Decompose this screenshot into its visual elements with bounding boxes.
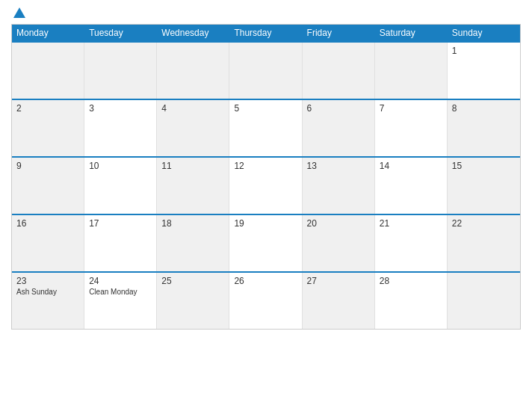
- day-header-saturday: Saturday: [375, 25, 448, 41]
- calendar-cell: 2: [12, 100, 84, 156]
- day-number: 7: [380, 103, 442, 114]
- calendar-cell: 3: [84, 100, 157, 156]
- day-number: 4: [161, 103, 224, 114]
- calendar-header: [11, 7, 521, 18]
- calendar-week-2: 2345678: [12, 99, 520, 156]
- calendar-week-4: 16171819202122: [12, 214, 520, 271]
- calendar-cell: [157, 43, 229, 99]
- calendar-cell: 15: [448, 158, 520, 214]
- day-number: 18: [161, 218, 224, 229]
- day-header-wednesday: Wednesday: [157, 25, 229, 41]
- day-number: 15: [452, 161, 516, 171]
- calendar-cell: 14: [375, 158, 448, 214]
- calendar-body: 1234567891011121314151617181920212223Ash…: [12, 41, 520, 329]
- day-number: 11: [161, 161, 224, 171]
- calendar-cell: 12: [229, 158, 302, 214]
- calendar-cell: 18: [157, 215, 229, 271]
- day-number: 8: [452, 103, 516, 114]
- calendar-cell: 26: [229, 273, 302, 329]
- calendar-cell: [375, 43, 448, 99]
- day-header-sunday: Sunday: [448, 25, 520, 41]
- day-number: 5: [234, 103, 297, 114]
- day-number: 13: [307, 161, 370, 171]
- day-number: 2: [16, 103, 79, 114]
- day-number: 10: [89, 161, 152, 171]
- day-number: 19: [234, 218, 297, 229]
- calendar-week-5: 23Ash Sunday24Clean Monday25262728: [12, 271, 520, 329]
- day-number: 28: [380, 276, 442, 286]
- day-header-monday: Monday: [12, 25, 84, 41]
- calendar-cell: 11: [157, 158, 229, 214]
- calendar-cell: 17: [84, 215, 157, 271]
- day-number: 27: [307, 276, 370, 286]
- day-header-thursday: Thursday: [229, 25, 302, 41]
- calendar-cell: 27: [303, 273, 375, 329]
- day-number: 26: [234, 276, 297, 286]
- day-number: 16: [16, 218, 79, 229]
- calendar-week-1: 1: [12, 41, 520, 99]
- calendar-cell: 23Ash Sunday: [12, 273, 84, 329]
- calendar-cell: 6: [303, 100, 375, 156]
- day-number: 9: [16, 161, 79, 171]
- calendar-cell: [448, 273, 520, 329]
- logo-triangle-icon: [13, 7, 25, 18]
- day-header-friday: Friday: [303, 25, 375, 41]
- day-number: 14: [380, 161, 442, 171]
- calendar-cell: 1: [448, 43, 520, 99]
- day-number: 6: [307, 103, 370, 114]
- calendar-cell: 5: [229, 100, 302, 156]
- calendar-grid: MondayTuesdayWednesdayThursdayFridaySatu…: [11, 24, 521, 330]
- calendar-cell: 25: [157, 273, 229, 329]
- day-number: 25: [161, 276, 224, 286]
- calendar-cell: 16: [12, 215, 84, 271]
- day-number: 23: [16, 276, 79, 286]
- day-number: 17: [89, 218, 152, 229]
- calendar-cell: 20: [303, 215, 375, 271]
- day-number: 20: [307, 218, 370, 229]
- calendar-cell: 7: [375, 100, 448, 156]
- calendar-cell: [229, 43, 302, 99]
- logo: [11, 7, 28, 18]
- calendar-cell: 28: [375, 273, 448, 329]
- calendar-cell: [303, 43, 375, 99]
- calendar-page: MondayTuesdayWednesdayThursdayFridaySatu…: [0, 0, 532, 411]
- calendar-cell: 9: [12, 158, 84, 214]
- calendar-cell: 19: [229, 215, 302, 271]
- calendar-cell: 13: [303, 158, 375, 214]
- calendar-cell: 10: [84, 158, 157, 214]
- calendar-cell: 24Clean Monday: [84, 273, 157, 329]
- calendar-cell: 21: [375, 215, 448, 271]
- day-number: 12: [234, 161, 297, 171]
- calendar-cell: 8: [448, 100, 520, 156]
- calendar-week-3: 9101112131415: [12, 156, 520, 214]
- day-header-tuesday: Tuesday: [84, 25, 157, 41]
- calendar-cell: [12, 43, 84, 99]
- day-number: 3: [89, 103, 152, 114]
- day-number: 24: [89, 276, 152, 286]
- day-number: 22: [452, 218, 516, 229]
- day-number: 21: [380, 218, 442, 229]
- calendar-header-row: MondayTuesdayWednesdayThursdayFridaySatu…: [12, 25, 520, 41]
- calendar-cell: [84, 43, 157, 99]
- day-event: Clean Monday: [89, 288, 152, 296]
- day-event: Ash Sunday: [16, 288, 79, 296]
- day-number: 1: [452, 46, 516, 56]
- calendar-cell: 22: [448, 215, 520, 271]
- calendar-cell: 4: [157, 100, 229, 156]
